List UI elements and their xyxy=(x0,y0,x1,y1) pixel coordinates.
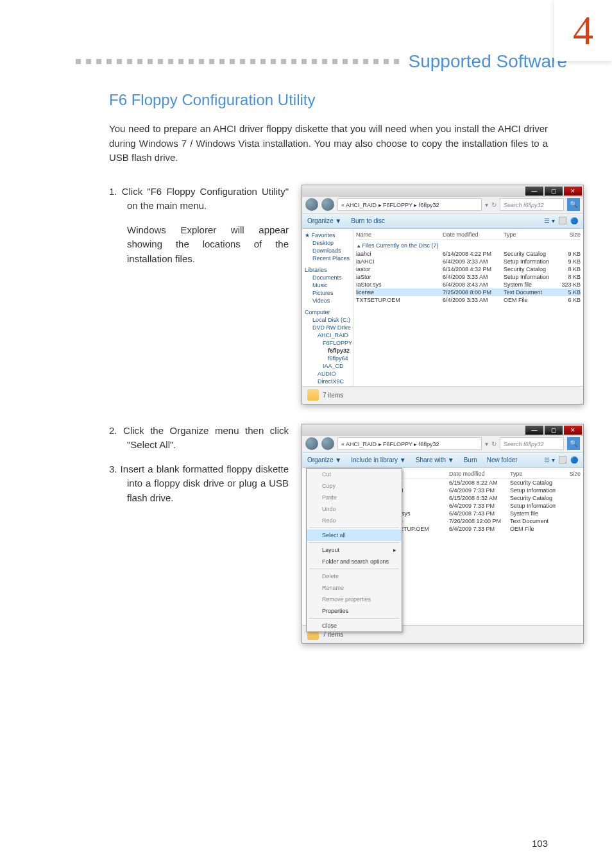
nav-f6flpy32[interactable]: f6flpy32 xyxy=(305,347,350,355)
back-button[interactable] xyxy=(305,198,318,211)
col-size[interactable]: Size xyxy=(555,231,581,238)
file-row[interactable]: iaAHCI 6/4/2009 3:33 AM Setup Informatio… xyxy=(356,258,581,265)
menu-redo[interactable]: Redo xyxy=(307,515,402,526)
nav-libraries[interactable]: Libraries xyxy=(305,266,350,274)
back-button[interactable] xyxy=(305,437,318,450)
nav-desktop[interactable]: Desktop xyxy=(305,239,350,247)
menu-close[interactable]: Close xyxy=(307,620,402,631)
file-row[interactable]: iaahci 6/15/2008 8:22 AM Security Catalo… xyxy=(385,479,581,487)
step-3: 3. Insert a blank formatted floppy diske… xyxy=(109,462,289,506)
search-icon[interactable]: 🔍 xyxy=(567,437,580,450)
file-list-pane: Name Date modified Type Size ▴ Files Cur… xyxy=(353,229,583,386)
menu-select-all[interactable]: Select all xyxy=(307,530,402,541)
file-row[interactable]: TXTSETUP.OEM 6/4/2009 7:33 PM OEM File xyxy=(385,525,581,533)
navigation-pane: ★ Favorites Desktop Downloads Recent Pla… xyxy=(302,229,353,386)
nav-downloads[interactable]: Downloads xyxy=(305,247,350,255)
step-2: 2. Click the Organize menu then click "S… xyxy=(109,424,289,453)
forward-button[interactable] xyxy=(321,198,334,211)
nav-computer[interactable]: Computer xyxy=(305,308,350,316)
organize-menu-button[interactable]: Organize ▼ xyxy=(307,456,341,463)
nav-directx[interactable]: DirectX9C xyxy=(305,378,350,385)
help-icon[interactable]: 🔵 xyxy=(570,456,578,463)
preview-pane-icon[interactable] xyxy=(559,456,566,463)
menu-folder-options[interactable]: Folder and search options xyxy=(307,556,402,567)
menu-properties[interactable]: Properties xyxy=(307,605,402,617)
file-row[interactable]: iastor 6/15/2008 8:32 AM Security Catalo… xyxy=(385,494,581,502)
nav-videos[interactable]: Videos xyxy=(305,297,350,305)
chapter-badge: 4 xyxy=(554,0,612,61)
help-icon[interactable]: 🔵 xyxy=(570,217,578,224)
file-row[interactable]: iastor 6/14/2008 4:32 PM Security Catalo… xyxy=(356,265,581,273)
nav-recent[interactable]: Recent Places xyxy=(305,255,350,262)
address-bar: « AHCI_RAID ▸ F6FLOPPY ▸ f6flpy32 ▾ ↻ Se… xyxy=(302,436,583,453)
nav-iaa-cd[interactable]: IAA_CD xyxy=(305,362,350,370)
chapter-number: 4 xyxy=(573,7,593,54)
address-path[interactable]: « AHCI_RAID ▸ F6FLOPPY ▸ f6flpy32 xyxy=(337,437,482,450)
col-size[interactable]: Size xyxy=(561,471,581,477)
menu-cut[interactable]: Cut xyxy=(307,469,402,480)
col-name[interactable]: Name xyxy=(356,231,443,238)
maximize-button[interactable]: ▢ xyxy=(545,187,563,196)
title-bar: — ▢ ✕ xyxy=(302,424,583,436)
burn-button[interactable]: Burn to disc xyxy=(351,217,385,224)
search-icon[interactable]: 🔍 xyxy=(567,198,580,211)
organize-menu-button[interactable]: Organize ▼ xyxy=(307,217,341,224)
minimize-button[interactable]: — xyxy=(525,187,543,196)
toolbar: Organize ▼ Include in library ▼ Share wi… xyxy=(302,453,583,468)
title-bar: — ▢ ✕ xyxy=(302,185,583,197)
nav-audio[interactable]: AUDIO xyxy=(305,370,350,378)
nav-music[interactable]: Music xyxy=(305,281,350,289)
include-library-button[interactable]: Include in library ▼ xyxy=(351,456,406,463)
section-title: F6 Floppy Configuration Utility xyxy=(109,91,548,109)
nav-favorites[interactable]: ★ Favorites xyxy=(305,231,350,239)
col-type[interactable]: Type xyxy=(504,231,555,238)
file-row[interactable]: license 7/25/2008 8:00 PM Text Document … xyxy=(356,288,581,296)
file-row[interactable]: license 7/26/2008 12:00 PM Text Document xyxy=(385,517,581,525)
page-number: 103 xyxy=(532,838,548,849)
menu-remove-properties[interactable]: Remove properties xyxy=(307,594,402,605)
nav-f6flpy64[interactable]: f6flpy64 xyxy=(305,355,350,362)
nav-pictures[interactable]: Pictures xyxy=(305,289,350,297)
maximize-button[interactable]: ▢ xyxy=(545,426,563,435)
menu-rename[interactable]: Rename xyxy=(307,582,402,594)
page-header: Supported Software xyxy=(0,0,612,72)
new-folder-button[interactable]: New folder xyxy=(487,456,518,463)
view-button[interactable]: ☰ ▾ xyxy=(544,456,555,463)
search-input[interactable]: Search f6flpy32 xyxy=(500,437,564,450)
menu-paste[interactable]: Paste xyxy=(307,492,402,503)
col-date[interactable]: Date modified xyxy=(449,471,510,477)
menu-copy[interactable]: Copy xyxy=(307,480,402,492)
file-row[interactable]: iaStor 6/4/2009 7:33 PM Setup Informatio… xyxy=(385,502,581,510)
file-row[interactable]: iaAHCI 6/4/2009 7:33 PM Setup Informatio… xyxy=(385,487,581,494)
menu-layout[interactable]: Layout▸ xyxy=(307,544,402,556)
nav-documents[interactable]: Documents xyxy=(305,274,350,281)
organize-dropdown-menu: Cut Copy Paste Undo Redo Select all Layo… xyxy=(306,468,402,632)
file-row[interactable]: TXTSETUP.OEM 6/4/2009 3:33 AM OEM File 6… xyxy=(356,296,581,304)
preview-pane-icon[interactable] xyxy=(559,217,566,224)
folder-icon xyxy=(307,389,319,401)
menu-undo[interactable]: Undo xyxy=(307,503,402,515)
file-row[interactable]: IaStor.sys 6/4/2008 7:43 PM System file xyxy=(385,510,581,517)
nav-localdisk[interactable]: Local Disk (C:) xyxy=(305,316,350,324)
nav-dvd[interactable]: DVD RW Drive (D:) xyxy=(305,324,350,331)
toolbar: Organize ▼ Burn to disc ☰ ▾ 🔵 xyxy=(302,213,583,229)
header-title: Supported Software xyxy=(409,51,568,72)
nav-ahci[interactable]: AHCI_RAID xyxy=(305,331,350,339)
file-row[interactable]: iaStor 6/4/2009 3:33 AM Setup Informatio… xyxy=(356,273,581,281)
step-1-sub: Windows Explorer will appear showing the… xyxy=(109,223,289,267)
close-button[interactable]: ✕ xyxy=(564,426,582,435)
col-type[interactable]: Type xyxy=(510,471,561,477)
menu-delete[interactable]: Delete xyxy=(307,571,402,582)
address-path[interactable]: « AHCI_RAID ▸ F6FLOPPY ▸ f6flpy32 xyxy=(337,198,482,211)
file-row[interactable]: IaStor.sys 6/4/2008 3:43 AM System file … xyxy=(356,281,581,288)
forward-button[interactable] xyxy=(321,437,334,450)
file-row[interactable]: iaahci 6/14/2008 4:22 PM Security Catalo… xyxy=(356,250,581,258)
nav-f6floppy[interactable]: F6FLOPPY xyxy=(305,339,350,347)
search-input[interactable]: Search f6flpy32 xyxy=(500,198,564,211)
share-button[interactable]: Share with ▼ xyxy=(416,456,454,463)
burn-button[interactable]: Burn xyxy=(464,456,477,463)
close-button[interactable]: ✕ xyxy=(564,187,582,196)
minimize-button[interactable]: — xyxy=(525,426,543,435)
view-button[interactable]: ☰ ▾ xyxy=(544,217,555,224)
col-date[interactable]: Date modified xyxy=(443,231,504,238)
